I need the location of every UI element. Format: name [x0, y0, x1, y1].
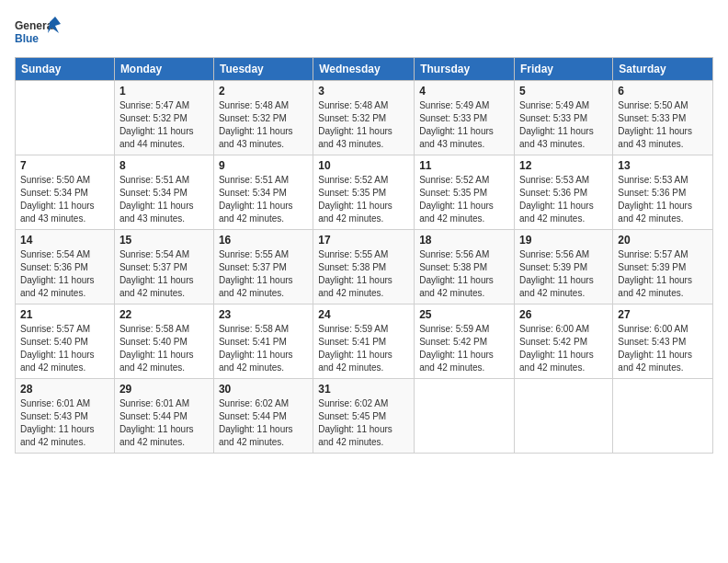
calendar-header-day: Monday — [114, 58, 213, 81]
day-number: 2 — [219, 85, 308, 98]
day-info: Sunrise: 5:57 AM Sunset: 5:39 PM Dayligh… — [618, 248, 708, 300]
calendar-day-cell — [613, 379, 713, 454]
day-number: 27 — [618, 308, 708, 321]
calendar-day-cell: 27Sunrise: 6:00 AM Sunset: 5:43 PM Dayli… — [613, 304, 713, 379]
day-info: Sunrise: 5:48 AM Sunset: 5:32 PM Dayligh… — [318, 99, 409, 151]
calendar-day-cell: 25Sunrise: 5:59 AM Sunset: 5:42 PM Dayli… — [415, 304, 515, 379]
calendar-day-cell: 19Sunrise: 5:56 AM Sunset: 5:39 PM Dayli… — [515, 230, 613, 304]
day-info: Sunrise: 6:02 AM Sunset: 5:44 PM Dayligh… — [219, 397, 308, 449]
calendar-header-day: Wednesday — [313, 58, 415, 81]
calendar-header-day: Saturday — [613, 58, 713, 81]
day-info: Sunrise: 5:51 AM Sunset: 5:34 PM Dayligh… — [119, 174, 209, 225]
calendar-header-day: Sunday — [16, 58, 115, 81]
day-info: Sunrise: 5:58 AM Sunset: 5:41 PM Dayligh… — [219, 323, 308, 374]
day-info: Sunrise: 5:52 AM Sunset: 5:35 PM Dayligh… — [318, 174, 409, 225]
day-number: 19 — [519, 234, 608, 247]
day-number: 28 — [20, 383, 109, 396]
calendar-day-cell: 26Sunrise: 6:00 AM Sunset: 5:42 PM Dayli… — [515, 304, 613, 379]
day-info: Sunrise: 5:56 AM Sunset: 5:39 PM Dayligh… — [519, 248, 608, 300]
day-info: Sunrise: 5:50 AM Sunset: 5:34 PM Dayligh… — [20, 174, 109, 225]
calendar-body: 1Sunrise: 5:47 AM Sunset: 5:32 PM Daylig… — [16, 81, 713, 454]
calendar-table: SundayMondayTuesdayWednesdayThursdayFrid… — [15, 57, 713, 454]
calendar-day-cell: 23Sunrise: 5:58 AM Sunset: 5:41 PM Dayli… — [213, 304, 313, 379]
day-info: Sunrise: 5:56 AM Sunset: 5:38 PM Dayligh… — [419, 248, 509, 300]
calendar-week-row: 21Sunrise: 5:57 AM Sunset: 5:40 PM Dayli… — [16, 304, 713, 379]
calendar-day-cell: 5Sunrise: 5:49 AM Sunset: 5:33 PM Daylig… — [515, 81, 613, 155]
day-info: Sunrise: 5:57 AM Sunset: 5:40 PM Dayligh… — [20, 323, 109, 374]
calendar-day-cell: 22Sunrise: 5:58 AM Sunset: 5:40 PM Dayli… — [114, 304, 213, 379]
day-info: Sunrise: 5:55 AM Sunset: 5:38 PM Dayligh… — [318, 248, 409, 300]
day-number: 14 — [20, 234, 109, 247]
calendar-day-cell — [16, 81, 115, 155]
svg-text:Blue: Blue — [15, 32, 39, 45]
calendar-day-cell: 11Sunrise: 5:52 AM Sunset: 5:35 PM Dayli… — [415, 155, 515, 230]
calendar-day-cell: 29Sunrise: 6:01 AM Sunset: 5:44 PM Dayli… — [114, 379, 213, 454]
day-number: 13 — [618, 159, 708, 172]
day-number: 30 — [219, 383, 308, 396]
calendar-day-cell: 18Sunrise: 5:56 AM Sunset: 5:38 PM Dayli… — [415, 230, 515, 304]
day-info: Sunrise: 5:58 AM Sunset: 5:40 PM Dayligh… — [119, 323, 209, 374]
day-number: 26 — [519, 308, 608, 321]
calendar-day-cell: 20Sunrise: 5:57 AM Sunset: 5:39 PM Dayli… — [613, 230, 713, 304]
logo-svg: General Blue — [15, 15, 61, 52]
day-number: 8 — [119, 159, 209, 172]
day-number: 4 — [419, 85, 509, 98]
day-number: 18 — [419, 234, 509, 247]
day-number: 1 — [119, 85, 209, 98]
calendar-header-day: Tuesday — [213, 58, 313, 81]
day-number: 9 — [219, 159, 308, 172]
day-info: Sunrise: 5:59 AM Sunset: 5:42 PM Dayligh… — [419, 323, 509, 374]
calendar-day-cell: 10Sunrise: 5:52 AM Sunset: 5:35 PM Dayli… — [313, 155, 415, 230]
day-number: 31 — [318, 383, 409, 396]
day-info: Sunrise: 6:00 AM Sunset: 5:42 PM Dayligh… — [519, 323, 608, 374]
calendar-day-cell: 2Sunrise: 5:48 AM Sunset: 5:32 PM Daylig… — [213, 81, 313, 155]
day-number: 17 — [318, 234, 409, 247]
day-number: 22 — [119, 308, 209, 321]
day-number: 6 — [618, 85, 708, 98]
page-header: General Blue — [15, 15, 713, 52]
calendar-day-cell: 17Sunrise: 5:55 AM Sunset: 5:38 PM Dayli… — [313, 230, 415, 304]
day-info: Sunrise: 6:01 AM Sunset: 5:44 PM Dayligh… — [119, 397, 209, 449]
calendar-day-cell — [515, 379, 613, 454]
day-info: Sunrise: 5:49 AM Sunset: 5:33 PM Dayligh… — [419, 99, 509, 151]
calendar-day-cell: 6Sunrise: 5:50 AM Sunset: 5:33 PM Daylig… — [613, 81, 713, 155]
day-info: Sunrise: 5:49 AM Sunset: 5:33 PM Dayligh… — [519, 99, 608, 151]
calendar-header-day: Friday — [515, 58, 613, 81]
day-number: 5 — [519, 85, 608, 98]
calendar-day-cell: 24Sunrise: 5:59 AM Sunset: 5:41 PM Dayli… — [313, 304, 415, 379]
calendar-day-cell: 12Sunrise: 5:53 AM Sunset: 5:36 PM Dayli… — [515, 155, 613, 230]
day-number: 29 — [119, 383, 209, 396]
day-info: Sunrise: 5:50 AM Sunset: 5:33 PM Dayligh… — [618, 99, 708, 151]
day-info: Sunrise: 5:51 AM Sunset: 5:34 PM Dayligh… — [219, 174, 308, 225]
day-number: 11 — [419, 159, 509, 172]
calendar-day-cell: 16Sunrise: 5:55 AM Sunset: 5:37 PM Dayli… — [213, 230, 313, 304]
calendar-week-row: 1Sunrise: 5:47 AM Sunset: 5:32 PM Daylig… — [16, 81, 713, 155]
day-info: Sunrise: 5:59 AM Sunset: 5:41 PM Dayligh… — [318, 323, 409, 374]
calendar-day-cell: 1Sunrise: 5:47 AM Sunset: 5:32 PM Daylig… — [114, 81, 213, 155]
day-info: Sunrise: 5:53 AM Sunset: 5:36 PM Dayligh… — [618, 174, 708, 225]
calendar-day-cell: 4Sunrise: 5:49 AM Sunset: 5:33 PM Daylig… — [415, 81, 515, 155]
day-info: Sunrise: 6:02 AM Sunset: 5:45 PM Dayligh… — [318, 397, 409, 449]
day-info: Sunrise: 5:53 AM Sunset: 5:36 PM Dayligh… — [519, 174, 608, 225]
day-number: 15 — [119, 234, 209, 247]
calendar-week-row: 7Sunrise: 5:50 AM Sunset: 5:34 PM Daylig… — [16, 155, 713, 230]
calendar-header-row: SundayMondayTuesdayWednesdayThursdayFrid… — [16, 58, 713, 81]
calendar-day-cell: 9Sunrise: 5:51 AM Sunset: 5:34 PM Daylig… — [213, 155, 313, 230]
calendar-day-cell: 31Sunrise: 6:02 AM Sunset: 5:45 PM Dayli… — [313, 379, 415, 454]
day-number: 7 — [20, 159, 109, 172]
day-info: Sunrise: 6:01 AM Sunset: 5:43 PM Dayligh… — [20, 397, 109, 449]
calendar-week-row: 14Sunrise: 5:54 AM Sunset: 5:36 PM Dayli… — [16, 230, 713, 304]
day-info: Sunrise: 6:00 AM Sunset: 5:43 PM Dayligh… — [618, 323, 708, 374]
day-number: 20 — [618, 234, 708, 247]
day-number: 3 — [318, 85, 409, 98]
day-number: 23 — [219, 308, 308, 321]
day-number: 10 — [318, 159, 409, 172]
day-info: Sunrise: 5:55 AM Sunset: 5:37 PM Dayligh… — [219, 248, 308, 300]
calendar-day-cell: 21Sunrise: 5:57 AM Sunset: 5:40 PM Dayli… — [16, 304, 115, 379]
day-info: Sunrise: 5:52 AM Sunset: 5:35 PM Dayligh… — [419, 174, 509, 225]
calendar-day-cell: 13Sunrise: 5:53 AM Sunset: 5:36 PM Dayli… — [613, 155, 713, 230]
calendar-day-cell: 7Sunrise: 5:50 AM Sunset: 5:34 PM Daylig… — [16, 155, 115, 230]
calendar-day-cell: 14Sunrise: 5:54 AM Sunset: 5:36 PM Dayli… — [16, 230, 115, 304]
logo: General Blue — [15, 15, 61, 52]
day-number: 12 — [519, 159, 608, 172]
